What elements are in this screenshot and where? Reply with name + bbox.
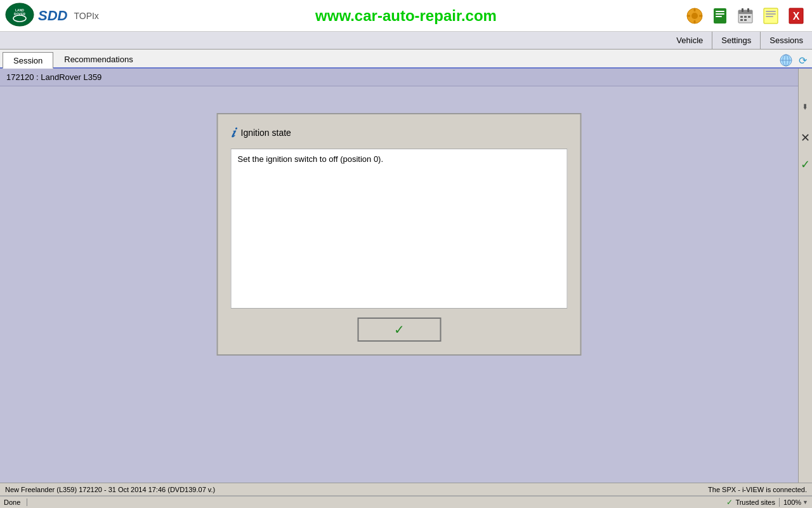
sdd-label: SDD <box>38 8 67 24</box>
network-icon[interactable] <box>779 53 793 67</box>
topix-label: TOPIx <box>74 11 98 21</box>
calendar-icon[interactable] <box>735 5 756 27</box>
ie-zoom-area[interactable]: 100% ▼ <box>783 498 808 506</box>
svg-rect-8 <box>687 15 690 17</box>
svg-rect-19 <box>744 16 747 18</box>
refresh-icon[interactable]: ⟳ <box>796 53 809 67</box>
svg-rect-17 <box>747 8 749 12</box>
settings-button[interactable]: Settings <box>712 32 761 50</box>
dialog-title-row: 𝑖 Ignition state <box>231 124 568 141</box>
ie-done-label: Done <box>4 498 27 506</box>
trusted-label: Trusted sites <box>735 498 775 506</box>
website-url: www.car-auto-repair.com <box>315 7 497 25</box>
info-icon: 𝑖 <box>231 124 235 141</box>
svg-rect-25 <box>766 13 776 15</box>
svg-rect-21 <box>740 19 743 21</box>
dialog-box: 𝑖 Ignition state Set the ignition switch… <box>217 113 582 356</box>
ie-trusted-area: ✓ Trusted sites <box>726 498 780 507</box>
zoom-dropdown-icon[interactable]: ▼ <box>802 499 808 505</box>
svg-rect-24 <box>766 11 776 12</box>
vehicle-button[interactable]: Vehicle <box>667 32 712 50</box>
svg-rect-15 <box>738 10 752 14</box>
svg-rect-12 <box>716 13 724 15</box>
document-icon[interactable] <box>709 5 731 27</box>
dialog-content-box: Set the ignition switch to off (position… <box>231 149 568 309</box>
exit-icon[interactable]: X <box>785 5 807 27</box>
app-status-bar: New Freelander (L359) 172120 - 31 Oct 20… <box>0 483 812 495</box>
svg-point-5 <box>691 13 698 19</box>
svg-rect-18 <box>740 16 743 18</box>
status-left-text: New Freelander (L359) 172120 - 31 Oct 20… <box>5 486 708 493</box>
sidebar-scroll-top[interactable]: ➨ <box>801 104 810 110</box>
svg-rect-13 <box>716 16 722 17</box>
status-right-text: The SPX - i-VIEW is connected. <box>708 486 807 493</box>
svg-text:X: X <box>793 11 800 22</box>
svg-rect-20 <box>748 16 750 18</box>
note-icon[interactable] <box>760 5 782 27</box>
tab-recommendations[interactable]: Recommendations <box>53 51 143 67</box>
svg-rect-22 <box>744 19 747 21</box>
svg-rect-16 <box>742 8 743 12</box>
breadcrumb: 172120 : LandRover L359 <box>0 69 798 86</box>
zoom-label: 100% <box>783 498 801 506</box>
gear-icon[interactable] <box>684 5 705 27</box>
tab-session[interactable]: Session <box>3 52 53 69</box>
svg-rect-7 <box>694 20 696 23</box>
sessions-button[interactable]: Sessions <box>761 32 812 50</box>
land-rover-logo: LAND ROVER <box>5 3 34 29</box>
svg-rect-9 <box>699 15 702 17</box>
sidebar-check-icon[interactable]: ✓ <box>801 157 810 171</box>
svg-rect-11 <box>716 11 724 12</box>
sidebar-cancel-icon[interactable]: ✕ <box>801 131 810 145</box>
trusted-check-icon: ✓ <box>726 498 733 507</box>
dialog-title: Ignition state <box>241 128 291 138</box>
header-icons: X <box>684 5 807 27</box>
svg-rect-26 <box>766 16 773 17</box>
dialog-footer: ✓ <box>231 318 568 342</box>
ok-button[interactable]: ✓ <box>357 318 441 342</box>
svg-rect-6 <box>694 8 696 11</box>
ie-status-bar: Done ✓ Trusted sites 100% ▼ <box>0 495 812 508</box>
